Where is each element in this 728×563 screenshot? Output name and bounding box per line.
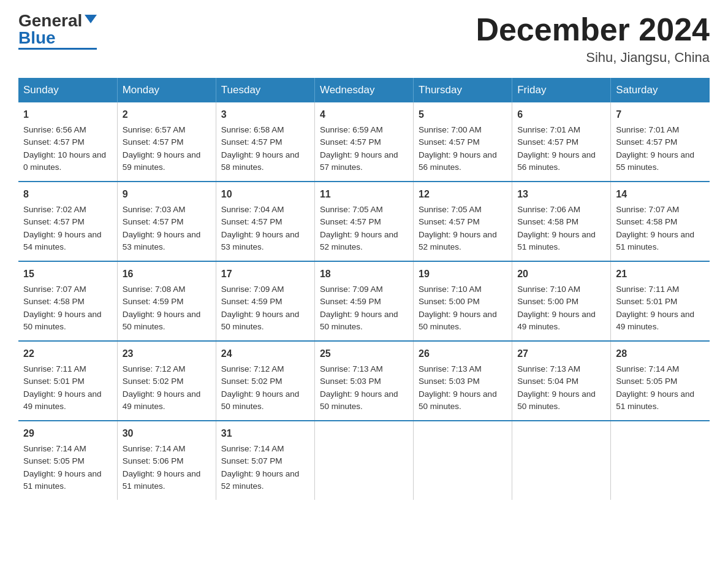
calendar-cell: 23Sunrise: 7:12 AMSunset: 5:02 PMDayligh… bbox=[117, 341, 216, 421]
day-number: 3 bbox=[221, 107, 309, 122]
daylight-label: Daylight: 9 hours and 50 minutes. bbox=[320, 389, 398, 411]
sunset-label: Sunset: 4:57 PM bbox=[320, 217, 381, 226]
sunrise-label: Sunrise: 7:07 AM bbox=[616, 205, 679, 214]
sunset-label: Sunset: 4:57 PM bbox=[616, 137, 677, 147]
sunrise-label: Sunrise: 7:07 AM bbox=[23, 285, 86, 294]
day-number: 13 bbox=[517, 187, 605, 202]
sunrise-label: Sunrise: 7:02 AM bbox=[23, 205, 86, 214]
day-number: 29 bbox=[23, 426, 112, 441]
sunset-label: Sunset: 4:57 PM bbox=[123, 217, 184, 226]
daylight-label: Daylight: 9 hours and 50 minutes. bbox=[517, 389, 596, 411]
weekday-header-thursday: Thursday bbox=[414, 78, 512, 102]
daylight-label: Daylight: 9 hours and 52 minutes. bbox=[221, 469, 300, 491]
daylight-label: Daylight: 9 hours and 56 minutes. bbox=[419, 150, 497, 172]
sunrise-label: Sunrise: 7:03 AM bbox=[123, 205, 186, 214]
day-number: 30 bbox=[123, 426, 211, 441]
daylight-label: Daylight: 9 hours and 58 minutes. bbox=[221, 150, 300, 172]
logo-underline bbox=[18, 48, 97, 50]
daylight-label: Daylight: 9 hours and 52 minutes. bbox=[320, 230, 398, 251]
daylight-label: Daylight: 9 hours and 54 minutes. bbox=[23, 230, 102, 251]
sunset-label: Sunset: 4:59 PM bbox=[320, 297, 381, 306]
day-number: 19 bbox=[419, 267, 507, 282]
daylight-label: Daylight: 9 hours and 55 minutes. bbox=[616, 150, 694, 172]
sunrise-label: Sunrise: 6:59 AM bbox=[320, 125, 383, 134]
daylight-label: Daylight: 9 hours and 59 minutes. bbox=[123, 150, 201, 172]
weekday-header-row: SundayMondayTuesdayWednesdayThursdayFrid… bbox=[18, 78, 710, 102]
daylight-label: Daylight: 9 hours and 50 minutes. bbox=[23, 310, 102, 331]
sunrise-label: Sunrise: 7:01 AM bbox=[517, 125, 580, 134]
sunset-label: Sunset: 4:58 PM bbox=[616, 217, 677, 226]
sunrise-label: Sunrise: 7:12 AM bbox=[221, 364, 284, 373]
calendar-cell: 14Sunrise: 7:07 AMSunset: 4:58 PMDayligh… bbox=[611, 182, 710, 261]
weekday-header-wednesday: Wednesday bbox=[314, 78, 413, 102]
sunset-label: Sunset: 5:06 PM bbox=[123, 456, 184, 465]
day-number: 27 bbox=[517, 347, 605, 361]
weekday-header-saturday: Saturday bbox=[611, 78, 710, 102]
weekday-header-monday: Monday bbox=[117, 78, 216, 102]
calendar-cell: 6Sunrise: 7:01 AMSunset: 4:57 PMDaylight… bbox=[512, 102, 611, 182]
sunset-label: Sunset: 4:57 PM bbox=[517, 137, 578, 147]
calendar-cell: 10Sunrise: 7:04 AMSunset: 4:57 PMDayligh… bbox=[216, 182, 314, 261]
sunrise-label: Sunrise: 7:00 AM bbox=[419, 125, 482, 134]
sunset-label: Sunset: 5:00 PM bbox=[517, 297, 578, 306]
calendar-cell: 30Sunrise: 7:14 AMSunset: 5:06 PMDayligh… bbox=[117, 421, 216, 500]
sunset-label: Sunset: 4:57 PM bbox=[419, 217, 480, 226]
daylight-label: Daylight: 9 hours and 50 minutes. bbox=[123, 310, 201, 331]
daylight-label: Daylight: 9 hours and 51 minutes. bbox=[123, 469, 201, 491]
sunset-label: Sunset: 5:01 PM bbox=[23, 377, 85, 386]
day-number: 17 bbox=[221, 267, 309, 282]
sunset-label: Sunset: 4:57 PM bbox=[123, 137, 184, 147]
day-number: 8 bbox=[23, 187, 112, 202]
sunrise-label: Sunrise: 7:14 AM bbox=[221, 444, 284, 453]
calendar-cell: 16Sunrise: 7:08 AMSunset: 4:59 PMDayligh… bbox=[117, 261, 216, 341]
calendar-cell: 4Sunrise: 6:59 AMSunset: 4:57 PMDaylight… bbox=[314, 102, 413, 182]
calendar-cell: 18Sunrise: 7:09 AMSunset: 4:59 PMDayligh… bbox=[314, 261, 413, 341]
calendar-cell: 11Sunrise: 7:05 AMSunset: 4:57 PMDayligh… bbox=[314, 182, 413, 261]
calendar-cell: 3Sunrise: 6:58 AMSunset: 4:57 PMDaylight… bbox=[216, 102, 314, 182]
weekday-header-tuesday: Tuesday bbox=[216, 78, 314, 102]
daylight-label: Daylight: 9 hours and 50 minutes. bbox=[419, 389, 497, 411]
daylight-label: Daylight: 9 hours and 52 minutes. bbox=[419, 230, 497, 251]
day-number: 20 bbox=[517, 267, 605, 282]
day-number: 23 bbox=[123, 347, 211, 361]
calendar-cell: 28Sunrise: 7:14 AMSunset: 5:05 PMDayligh… bbox=[611, 341, 710, 421]
sunrise-label: Sunrise: 7:10 AM bbox=[419, 285, 482, 294]
sunset-label: Sunset: 5:03 PM bbox=[419, 377, 480, 386]
sunrise-label: Sunrise: 6:56 AM bbox=[23, 125, 86, 134]
week-row-1: 1Sunrise: 6:56 AMSunset: 4:57 PMDaylight… bbox=[18, 102, 710, 182]
calendar-cell: 21Sunrise: 7:11 AMSunset: 5:01 PMDayligh… bbox=[611, 261, 710, 341]
day-number: 14 bbox=[616, 187, 705, 202]
daylight-label: Daylight: 9 hours and 50 minutes. bbox=[221, 389, 300, 411]
calendar-cell: 7Sunrise: 7:01 AMSunset: 4:57 PMDaylight… bbox=[611, 102, 710, 182]
location: Sihu, Jiangsu, China bbox=[476, 50, 710, 66]
calendar-cell: 2Sunrise: 6:57 AMSunset: 4:57 PMDaylight… bbox=[117, 102, 216, 182]
calendar-cell: 20Sunrise: 7:10 AMSunset: 5:00 PMDayligh… bbox=[512, 261, 611, 341]
sunset-label: Sunset: 5:05 PM bbox=[616, 377, 677, 386]
sunset-label: Sunset: 5:03 PM bbox=[320, 377, 381, 386]
daylight-label: Daylight: 9 hours and 56 minutes. bbox=[517, 150, 596, 172]
day-number: 11 bbox=[320, 187, 408, 202]
day-number: 6 bbox=[517, 107, 605, 122]
logo-blue-text: Blue bbox=[18, 29, 97, 47]
calendar-cell: 1Sunrise: 6:56 AMSunset: 4:57 PMDaylight… bbox=[18, 102, 117, 182]
day-number: 31 bbox=[221, 426, 309, 441]
day-number: 2 bbox=[123, 107, 211, 122]
calendar-cell: 31Sunrise: 7:14 AMSunset: 5:07 PMDayligh… bbox=[216, 421, 314, 500]
sunrise-label: Sunrise: 7:04 AM bbox=[221, 205, 284, 214]
sunset-label: Sunset: 4:57 PM bbox=[23, 137, 85, 147]
sunrise-label: Sunrise: 7:12 AM bbox=[123, 364, 186, 373]
calendar-cell: 22Sunrise: 7:11 AMSunset: 5:01 PMDayligh… bbox=[18, 341, 117, 421]
calendar-cell: 25Sunrise: 7:13 AMSunset: 5:03 PMDayligh… bbox=[314, 341, 413, 421]
week-row-5: 29Sunrise: 7:14 AMSunset: 5:05 PMDayligh… bbox=[18, 421, 710, 500]
calendar-cell bbox=[414, 421, 512, 500]
daylight-label: Daylight: 9 hours and 53 minutes. bbox=[123, 230, 201, 251]
sunrise-label: Sunrise: 7:11 AM bbox=[23, 364, 86, 373]
day-number: 24 bbox=[221, 347, 309, 361]
day-number: 25 bbox=[320, 347, 408, 361]
calendar-cell: 9Sunrise: 7:03 AMSunset: 4:57 PMDaylight… bbox=[117, 182, 216, 261]
calendar-table: SundayMondayTuesdayWednesdayThursdayFrid… bbox=[18, 78, 710, 500]
sunrise-label: Sunrise: 7:14 AM bbox=[23, 444, 86, 453]
sunset-label: Sunset: 5:04 PM bbox=[517, 377, 578, 386]
daylight-label: Daylight: 9 hours and 50 minutes. bbox=[419, 310, 497, 331]
sunrise-label: Sunrise: 7:10 AM bbox=[517, 285, 580, 294]
